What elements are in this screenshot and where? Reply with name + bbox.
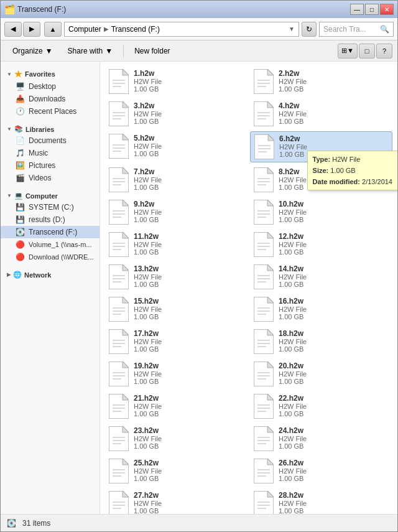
file-icon [254,329,274,354]
file-item[interactable]: 6.h2wH2W File1.00 GB Type: H2W File Size… [250,131,392,162]
file-item[interactable]: 25.h2wH2W File1.00 GB [105,456,248,486]
music-icon: 🎵 [16,149,25,157]
hide-pane-button[interactable]: □ [359,44,375,58]
file-name: 12.h2w [279,232,307,241]
favorites-section[interactable]: ▼ ★ Favorites [1,65,100,80]
file-item[interactable]: 17.h2wH2W File1.00 GB [105,327,248,357]
sidebar-item-pictures[interactable]: 🖼️ Pictures [1,159,100,172]
file-item[interactable]: 16.h2wH2W File1.00 GB [250,294,392,324]
sidebar-item-music[interactable]: 🎵 Music [1,147,100,159]
file-name: 1.h2w [134,69,162,78]
forward-button[interactable]: ▶ [23,22,40,37]
file-item[interactable]: 7.h2wH2W File1.00 GB [105,165,248,195]
file-item[interactable]: 9.h2wH2W File1.00 GB [105,197,248,227]
file-name: 26.h2w [279,459,307,467]
refresh-button[interactable]: ↻ [302,22,317,37]
file-item[interactable]: 12.h2wH2W File1.00 GB [250,230,392,259]
transcend-f-icon: 💽 [16,228,25,236]
svg-marker-26 [268,134,274,141]
file-type: H2W File [134,306,162,313]
documents-label: Documents [29,136,67,145]
music-label: Music [29,149,48,157]
svg-marker-96 [267,362,274,368]
file-item[interactable]: 3.h2wH2W File1.00 GB [105,99,248,129]
address-field[interactable]: Computer ▶ Transcend (F:) ▼ [64,22,299,37]
file-name: 10.h2w [279,200,307,208]
file-item[interactable]: 11.h2wH2W File1.00 GB [105,230,248,259]
view-options-button[interactable]: ⊞▼ [338,44,358,58]
results-d-label: results (D:) [29,215,65,224]
file-item[interactable]: 15.h2wH2W File1.00 GB [105,294,248,324]
file-item[interactable]: 4.h2wH2W File1.00 GB [250,99,392,129]
file-icon [254,264,274,289]
svg-marker-126 [267,459,274,465]
file-type: H2W File [279,208,307,216]
sidebar-item-transcend-f[interactable]: 💽 Transcend (F:) [1,226,100,238]
back-button[interactable]: ◀ [4,22,22,37]
file-item[interactable]: 10.h2wH2W File1.00 GB [250,197,392,227]
share-with-button[interactable]: Share with ▼ [61,43,120,59]
file-item[interactable]: 13.h2wH2W File1.00 GB [105,262,248,292]
file-info: 4.h2wH2W File1.00 GB [279,101,307,125]
file-name: 16.h2w [279,297,307,306]
minimize-button[interactable]: — [350,4,364,15]
file-name: 27.h2w [134,491,162,500]
search-icon: 🔍 [380,25,389,34]
computer-section[interactable]: ▼ 💻 Computer [1,188,100,201]
file-name: 24.h2w [279,426,307,435]
file-info: 2.h2wH2W File1.00 GB [279,69,307,93]
file-size: 1.00 GB [134,216,162,223]
close-button[interactable]: ✕ [380,4,394,15]
system-c-icon: 💾 [16,203,25,212]
search-box[interactable]: Search Tra... 🔍 [319,22,394,37]
file-size: 1.00 GB [134,475,162,482]
file-item[interactable]: 18.h2wH2W File1.00 GB [250,327,392,357]
file-item[interactable]: 22.h2wH2W File1.00 GB [250,391,392,421]
sidebar-item-documents[interactable]: 📄 Documents [1,134,100,147]
file-size: 1.00 GB [134,442,162,450]
file-item[interactable]: 14.h2wH2W File1.00 GB [250,262,392,292]
results-d-icon: 💾 [16,215,25,224]
favorites-triangle: ▼ [7,72,12,77]
file-type: H2W File [134,110,162,118]
file-item[interactable]: 26.h2wH2W File1.00 GB [250,456,392,486]
file-item[interactable]: 19.h2wH2W File1.00 GB [105,359,248,389]
file-size: 1.00 GB [134,248,162,256]
file-item[interactable]: 5.h2wH2W File1.00 GB [105,131,248,162]
file-icon [109,459,129,483]
new-folder-button[interactable]: New folder [127,43,177,59]
file-item[interactable]: 24.h2wH2W File1.00 GB [250,424,392,454]
up-button[interactable]: ▲ [44,22,62,37]
file-size: 1.00 GB [279,281,307,288]
libraries-section[interactable]: ▼ 📚 Libraries [1,121,100,134]
address-drive: Transcend (F:) [111,25,160,34]
maximize-button[interactable]: □ [365,4,379,15]
sidebar-item-downloads[interactable]: 📥 Downloads [1,93,100,105]
file-item[interactable]: 21.h2wH2W File1.00 GB [105,391,248,421]
desktop-icon: 🖥️ [16,82,25,91]
organize-button[interactable]: Organize ▼ [6,43,60,59]
file-item[interactable]: 2.h2wH2W File1.00 GB [250,67,392,96]
file-item[interactable]: 28.h2wH2W File1.00 GB [250,488,392,514]
file-info: 20.h2wH2W File1.00 GB [279,362,307,385]
sidebar-item-download-nas[interactable]: 🔴 Download (\\WDRE... [1,251,100,263]
file-item[interactable]: 27.h2wH2W File1.00 GB [105,488,248,514]
network-section[interactable]: ▶ 🌐 Network [1,267,100,280]
svg-marker-21 [123,134,129,140]
sidebar-item-recent-places[interactable]: 🕐 Recent Places [1,105,100,118]
address-dropdown[interactable]: ▼ [289,26,295,32]
file-info: 12.h2wH2W File1.00 GB [279,232,307,256]
sidebar-item-desktop[interactable]: 🖥️ Desktop [1,80,100,93]
file-item[interactable]: 20.h2wH2W File1.00 GB [250,359,392,389]
svg-marker-31 [123,167,129,174]
file-item[interactable]: 1.h2wH2W File1.00 GB [105,67,248,96]
svg-marker-11 [123,101,129,108]
sidebar-item-videos[interactable]: 🎬 Videos [1,172,100,184]
help-button[interactable]: ? [376,44,392,58]
file-item[interactable]: 23.h2wH2W File1.00 GB [105,424,248,454]
sidebar-item-results-d[interactable]: 💾 results (D:) [1,213,100,226]
sidebar-item-system-c[interactable]: 💾 SYSTEM (C:) [1,201,100,213]
sidebar-item-volume1[interactable]: 🔴 Volume_1 (\\nas-m... [1,238,100,251]
svg-marker-16 [267,101,274,108]
file-type: H2W File [134,142,162,150]
